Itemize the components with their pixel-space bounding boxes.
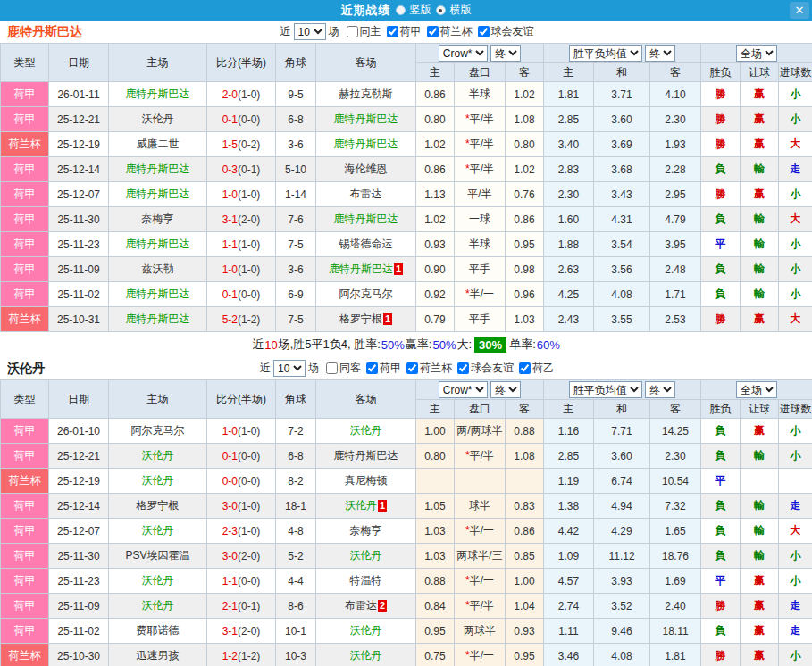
sub-header-2: 客 (506, 63, 544, 82)
away-odds: 1.02 (506, 157, 544, 182)
away-team-name[interactable]: 赫拉克勒斯 (339, 87, 393, 100)
home-team-name[interactable]: 沃伦丹 (142, 599, 174, 612)
league-label-2[interactable]: 球会友谊 (471, 361, 514, 376)
league-label-0[interactable]: 荷甲 (380, 361, 401, 376)
home-team-name[interactable]: 鹿特丹斯巴达 (126, 237, 190, 250)
same-venue-checkbox[interactable] (347, 26, 358, 37)
scope-select[interactable]: 全场 (736, 45, 777, 62)
away-team-name[interactable]: 沃伦丹 (350, 649, 382, 662)
home-team-name[interactable]: 鹿特丹斯巴达 (126, 312, 190, 325)
vertical-layout-label[interactable]: 竖版 (410, 3, 431, 18)
away-team-name[interactable]: 锡塔德命运 (339, 237, 393, 250)
home-team-name[interactable]: 沃伦丹 (142, 474, 174, 487)
away-team-name[interactable]: 奈梅亨 (350, 524, 382, 537)
goals-result: 大 (779, 307, 812, 332)
away-team-name[interactable]: 海伦维恩 (345, 162, 388, 175)
close-icon[interactable]: ✕ (790, 2, 809, 19)
away-team-name[interactable]: 鹿特丹斯巴达 (334, 212, 398, 225)
match-count-select[interactable]: 10 (273, 360, 306, 377)
odds-stage-select[interactable]: 终 (490, 381, 521, 398)
away-team-name[interactable]: 特温特 (350, 574, 382, 587)
odds-source-select[interactable]: Crow* (439, 381, 488, 398)
win-loss-result: 負 (701, 544, 741, 569)
away-team-name[interactable]: 真尼梅顿 (345, 474, 388, 487)
away-team-name[interactable]: 沃伦丹 (350, 624, 382, 637)
home-team-name[interactable]: 鹿特丹斯巴达 (126, 287, 190, 300)
home-team-cell: 沃伦丹 (109, 469, 207, 494)
handicap-cell: 两球半 (455, 619, 506, 644)
home-team-name[interactable]: 沃伦丹 (142, 449, 174, 462)
away-team-name[interactable]: 格罗宁根 (339, 312, 382, 325)
league-label-3[interactable]: 荷乙 (532, 361, 554, 376)
same-venue-label[interactable]: 同主 (360, 24, 381, 39)
away-team-name[interactable]: 布雷达 (345, 599, 377, 612)
corners-cell: 7-5 (276, 232, 316, 257)
horizontal-layout-radio[interactable] (436, 5, 446, 15)
mean-select[interactable]: 胜平负均值 (569, 381, 642, 398)
scope-select[interactable]: 全场 (736, 381, 777, 398)
home-team-name[interactable]: 迅速男孩 (137, 649, 180, 662)
home-odds: 0.84 (416, 594, 455, 619)
away-team-name[interactable]: 鹿特丹斯巴达 (334, 112, 398, 125)
away-team-name[interactable]: 沃伦丹 (350, 424, 382, 437)
odds-source-select[interactable]: Crow* (439, 45, 488, 62)
league-label-0[interactable]: 荷甲 (400, 24, 422, 39)
horizontal-layout-label[interactable]: 横版 (450, 3, 472, 18)
home-team-name[interactable]: 沃伦丹 (142, 574, 174, 587)
same-venue-label[interactable]: 同客 (339, 361, 361, 376)
home-team-name[interactable]: 奈梅亨 (142, 212, 174, 225)
mean-stage-select[interactable]: 终 (645, 45, 675, 62)
home-team-name[interactable]: 格罗宁根 (137, 499, 180, 512)
match-date: 25-11-23 (49, 232, 109, 257)
column-header-3: 比分(半场) (207, 380, 276, 419)
filter-prefix-label: 近 (280, 24, 291, 39)
league-label-1[interactable]: 荷兰杯 (420, 361, 452, 376)
league-label-1[interactable]: 荷兰杯 (440, 24, 473, 39)
mean-header-cell: 胜平负均值 终 (544, 380, 701, 400)
home-team-name[interactable]: 鹿特丹斯巴达 (126, 87, 190, 100)
away-team-name[interactable]: 沃伦丹 (350, 549, 382, 562)
sub-header-2: 客 (506, 400, 544, 419)
away-team-name[interactable]: 布雷达 (350, 187, 382, 200)
away-team-name[interactable]: 沃伦丹 (345, 499, 377, 512)
league-checkbox-0[interactable] (387, 26, 398, 37)
handicap-line: 半/一 (470, 649, 494, 662)
league-checkbox-1[interactable] (406, 362, 418, 374)
away-team-name[interactable]: 鹿特丹斯巴达 (329, 262, 393, 275)
handicap-cell: 两/两球半 (455, 419, 506, 444)
match-count-select[interactable]: 10 (294, 23, 326, 40)
same-venue-checkbox[interactable] (326, 362, 338, 374)
match-type-badge: 荷甲 (1, 207, 49, 232)
win-loss-result: 平 (701, 569, 741, 594)
mean-stage-select[interactable]: 终 (645, 381, 675, 398)
home-team-name[interactable]: 沃伦丹 (142, 524, 174, 537)
odds-stage-select[interactable]: 终 (490, 45, 521, 62)
home-team-name[interactable]: 鹿特丹斯巴达 (126, 187, 190, 200)
league-checkbox-2[interactable] (478, 26, 490, 37)
score-cell: 3-1(2-0) (207, 619, 276, 644)
home-team-name[interactable]: 鹿特丹斯巴达 (126, 162, 190, 175)
league-label-2[interactable]: 球会友谊 (491, 24, 534, 39)
home-team-name[interactable]: 沃伦丹 (142, 112, 174, 125)
home-team-name[interactable]: PSV埃因霍温 (125, 549, 189, 562)
away-team-name[interactable]: 阿尔克马尔 (339, 287, 393, 300)
vertical-layout-radio[interactable] (396, 5, 406, 15)
match-type-badge: 荷甲 (1, 82, 49, 107)
home-team-name[interactable]: 费耶诺德 (137, 624, 180, 637)
league-checkbox-1[interactable] (427, 26, 439, 37)
home-team-name[interactable]: 兹沃勒 (142, 262, 174, 275)
home-team-cell: 迅速男孩 (109, 644, 207, 666)
league-checkbox-3[interactable] (519, 362, 531, 374)
home-team-name[interactable]: 威廉二世 (137, 137, 180, 150)
mean-away-odds: 2.53 (650, 307, 701, 332)
league-checkbox-0[interactable] (366, 362, 378, 374)
league-checkbox-2[interactable] (457, 362, 469, 374)
home-team-cell: 兹沃勒 (109, 257, 207, 282)
home-team-name[interactable]: 阿尔克马尔 (131, 424, 185, 437)
away-team-name[interactable]: 鹿特丹斯巴达 (334, 449, 398, 462)
full-time-score: 1-5 (222, 138, 238, 151)
handicap-result: 赢 (741, 569, 779, 594)
handicap-result: 輸 (741, 444, 779, 469)
away-team-name[interactable]: 鹿特丹斯巴达 (334, 137, 398, 150)
mean-select[interactable]: 胜平负均值 (569, 45, 642, 62)
